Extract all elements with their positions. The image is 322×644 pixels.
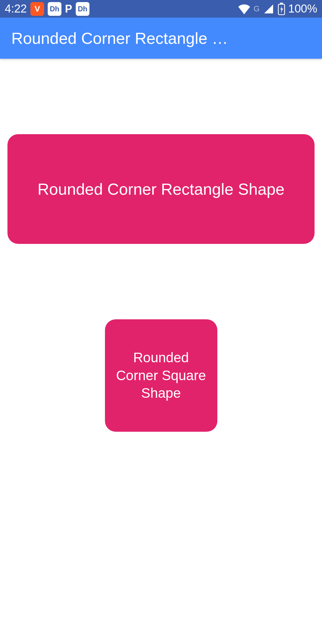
wifi-icon [238, 4, 251, 14]
content-area: Rounded Corner Rectangle Shape Rounded C… [0, 59, 322, 432]
cellular-signal-icon [263, 4, 275, 14]
app-bar-title: Rounded Corner Rectangle … [11, 29, 228, 47]
rounded-square-shape: Rounded Corner Square Shape [105, 319, 217, 432]
app-bar: Rounded Corner Rectangle … [0, 18, 322, 59]
status-bar: 4:22 V Dh P Dh G 100% [0, 0, 322, 18]
battery-percentage: 100% [288, 2, 317, 15]
status-time: 4:22 [5, 2, 27, 15]
network-type-label: G [254, 4, 260, 13]
app-notification-icon-p: P [65, 3, 72, 15]
status-bar-left: 4:22 V Dh P Dh [5, 2, 89, 16]
rectangle-label: Rounded Corner Rectangle Shape [38, 180, 285, 198]
rounded-rectangle-shape: Rounded Corner Rectangle Shape [7, 134, 315, 244]
square-label: Rounded Corner Square Shape [112, 349, 210, 402]
svg-rect-1 [280, 3, 283, 4]
status-bar-right: G 100% [238, 2, 317, 15]
app-notification-icon-dh2: Dh [76, 2, 89, 16]
app-notification-icon-dh1: Dh [48, 2, 61, 16]
app-notification-icon-v: V [30, 2, 44, 16]
battery-charging-icon [278, 3, 285, 15]
